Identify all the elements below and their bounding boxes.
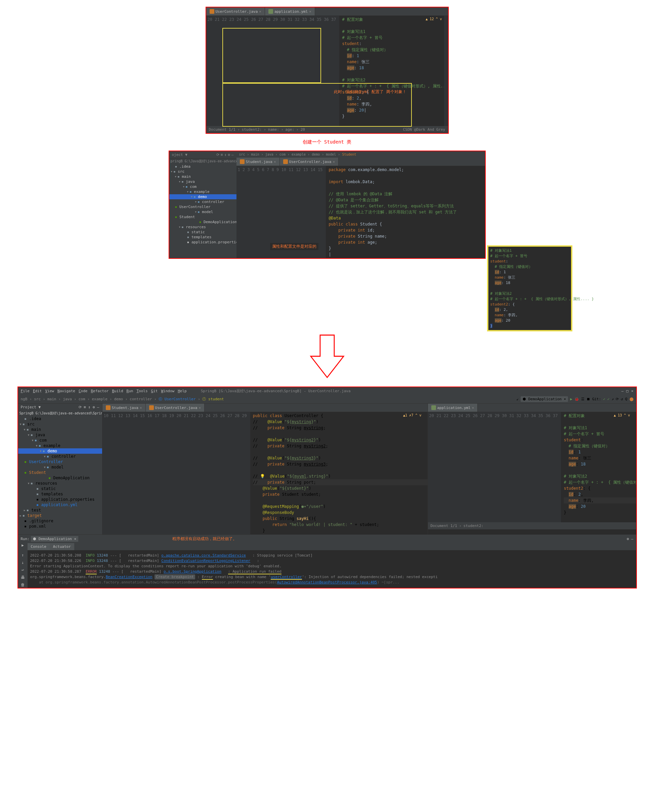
breadcrumb[interactable]: Document 1/1›student2:›name:›age:›20 CSD…	[206, 126, 448, 133]
project-tool-window[interactable]: Project ▼⟳ ≡ ↕ ⚙ — SpringB G:\Java面经\jav…	[18, 404, 102, 535]
tree-item[interactable]: ▪ DemoApplication	[169, 219, 237, 225]
tree-item[interactable]: ▪ UserController	[169, 204, 237, 209]
tree-item[interactable]: ▪ Student	[18, 470, 102, 475]
tree-item[interactable]: ▾▪ model	[169, 209, 237, 214]
tab-student[interactable]: Student.java×	[237, 158, 280, 166]
collapse-icon[interactable]: ⟳	[216, 153, 219, 157]
inspection-badge[interactable]: ▲1 ✗7 ^ v	[403, 414, 421, 417]
tree-item[interactable]: ▾▪ controller	[169, 199, 237, 204]
tree-item[interactable]: ▪ application.properties	[18, 497, 102, 502]
right-breadcrumb[interactable]: Document 1/1›student2:	[428, 522, 636, 529]
gear-icon[interactable]: ⚙	[228, 153, 230, 157]
build-icon[interactable]: ↙	[516, 397, 519, 401]
close-icon[interactable]: ×	[472, 406, 474, 410]
tree-item[interactable]: ▪ templates	[18, 491, 102, 497]
git-rollback-icon[interactable]: ↺	[621, 397, 623, 401]
run-button[interactable]: ▶	[570, 397, 572, 401]
tree-item[interactable]: ▾▪ com	[18, 438, 102, 443]
menu-item[interactable]: Help	[178, 389, 187, 393]
maximize-icon[interactable]: □	[626, 389, 628, 393]
debug-button[interactable]: 🐞	[575, 397, 579, 401]
menu-item[interactable]: Build	[112, 389, 123, 393]
git-push-icon[interactable]: ↗	[612, 397, 614, 401]
tree-item[interactable]: ▪ .idea	[169, 164, 237, 169]
gear-icon[interactable]: ⚙ —	[627, 537, 634, 541]
tab-usercontroller[interactable]: UserController.java×	[146, 404, 205, 412]
close-icon[interactable]: ×	[631, 389, 634, 393]
tree-item[interactable]: ▾▪ java	[169, 179, 237, 184]
actuator-tab[interactable]: Actuator	[50, 543, 74, 550]
tree-item[interactable]: ▪ .idea	[18, 416, 102, 421]
code-editor[interactable]: 10 11 12 13 14 15 16 17 18 19 20 21 22 2…	[102, 412, 428, 535]
console-output[interactable]: 2022-07-20 21:30:58.208 INFO 13248 --- […	[28, 550, 636, 588]
tree-item[interactable]: ▪ application.yml	[18, 502, 102, 507]
tree-item[interactable]: ▪ DemoApplication	[18, 475, 102, 481]
code-area[interactable]: public class UserController {// @Value("…	[250, 412, 428, 535]
menu-item[interactable]: File	[21, 389, 30, 393]
tree-item[interactable]: ▪ .gitignore	[18, 518, 102, 524]
inspection-badge[interactable]: ▲ 13 ^ v	[614, 414, 630, 417]
search-icon[interactable]: Q	[625, 397, 628, 401]
minimize-icon[interactable]: —	[622, 389, 624, 393]
git-update-icon[interactable]: ✓	[603, 397, 605, 401]
rerun-button[interactable]: ▶	[18, 543, 28, 550]
tree-item[interactable]: ▾▪ controller	[18, 454, 102, 459]
tree-item[interactable]: ▾▪ main	[18, 427, 102, 432]
menu-item[interactable]: Edit	[33, 389, 42, 393]
close-icon[interactable]: ×	[259, 9, 261, 14]
menu-bar[interactable]: FileEditViewNavigateCodeRefactorBuildRun…	[18, 387, 636, 395]
tab-usercontroller[interactable]: UserController.java×	[280, 158, 339, 166]
code-area[interactable]: # 配置对象 # 对象写法1# 起一个名字 + 冒号student: # 指定属…	[561, 412, 636, 522]
tree-item[interactable]: ▸▪ target	[18, 513, 102, 518]
profile-button[interactable]: ⏹	[587, 397, 590, 401]
tree-item[interactable]: ▾▪ model	[18, 464, 102, 470]
project-root[interactable]: SpringB G:\Java面经\java-ee-advanced\Sprin…	[18, 411, 102, 416]
tree-item[interactable]: ▾▪ com	[169, 184, 237, 189]
file-breadcrumb[interactable]: src›main›java›com›example›demo›model›Stu…	[237, 151, 485, 158]
menu-item[interactable]: Code	[79, 389, 88, 393]
tree-item[interactable]: ▪ UserController	[18, 459, 102, 464]
run-tab[interactable]: ⬢ DemoApplication ×	[31, 536, 78, 542]
tree-item[interactable]: ▾▪ java	[18, 432, 102, 438]
navigation-bar[interactable]: ngB › src › main › java › com › example …	[18, 395, 636, 404]
tree-item[interactable]: ▪ pom.xml	[18, 524, 102, 529]
tree-item[interactable]: ▾▪ example	[169, 189, 237, 194]
tab-application-yml[interactable]: application.yml×	[265, 8, 315, 15]
close-icon[interactable]: ×	[333, 159, 335, 164]
menu-item[interactable]: Window	[161, 389, 174, 393]
run-config-selector[interactable]: ⬢ DemoApplication ▾	[521, 396, 568, 402]
tree-item[interactable]: ▾▪ example	[18, 443, 102, 448]
up-icon[interactable]: ↑	[21, 553, 24, 558]
wrap-icon[interactable]: ↩	[21, 568, 24, 572]
code-area[interactable]: package com.example.demo.model; import l…	[326, 166, 485, 258]
tree-item[interactable]: ▪ Student	[169, 214, 237, 219]
tab-student[interactable]: Student.java×	[102, 404, 146, 412]
down-icon[interactable]: ↓	[21, 560, 24, 565]
close-icon[interactable]: ×	[274, 159, 276, 164]
close-icon[interactable]: ×	[199, 406, 201, 410]
menu-item[interactable]: Refactor	[91, 389, 108, 393]
tree-item[interactable]: ▾▪ resources	[169, 225, 237, 230]
project-header[interactable]: Project ▼⟳ ≡ ↕ ⚙ —	[18, 404, 102, 411]
close-icon[interactable]: ×	[140, 406, 142, 410]
tree-item[interactable]: ▾▪ src	[169, 169, 237, 174]
menu-item[interactable]: View	[45, 389, 54, 393]
git-commit-icon[interactable]: ✓	[607, 397, 610, 401]
tree-item[interactable]: ▪ static	[169, 230, 237, 234]
menu-item[interactable]: Tools	[136, 389, 147, 393]
tab-application-yml[interactable]: application.yml×	[428, 404, 478, 412]
tree-item[interactable]: ▾▪ resources	[18, 481, 102, 486]
tree-item[interactable]: ▪ static	[18, 486, 102, 491]
menu-item[interactable]: Git	[151, 389, 158, 393]
minimap[interactable]	[444, 16, 448, 126]
event-icon[interactable]: ⬤	[630, 397, 634, 401]
trash-icon[interactable]: 🗑	[21, 582, 25, 587]
coverage-button[interactable]: ☰	[581, 397, 584, 401]
code-area[interactable]: # 配置对象 # 对象写法1# 起一个名字 + 冒号student: # 指定属…	[339, 16, 444, 126]
tree-item[interactable]: ▪ application.properties	[169, 240, 237, 245]
console-tab[interactable]: Console	[28, 543, 50, 550]
warnings-badge[interactable]: ▲ 12 ^ v	[426, 17, 442, 21]
run-tool-window[interactable]: Run: ⬢ DemoApplication × 程序都没有启动成功，就已经崩了…	[18, 535, 636, 588]
project-label[interactable]: oject ▼	[172, 153, 188, 157]
menu-item[interactable]: Navigate	[57, 389, 75, 393]
